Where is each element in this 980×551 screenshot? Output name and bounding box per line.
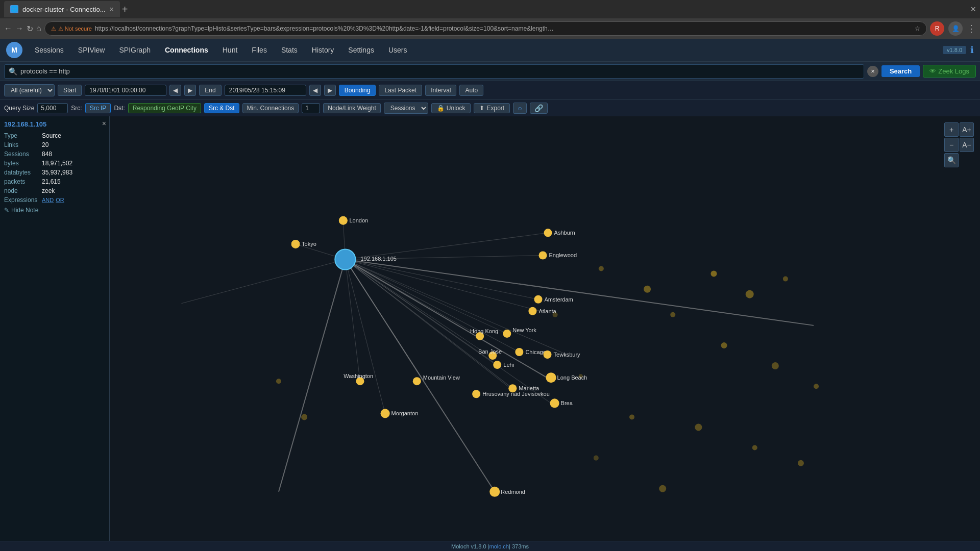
last-packet-button[interactable]: Last Packet	[379, 85, 422, 96]
svg-point-50	[538, 251, 547, 259]
or-expression-button[interactable]: OR	[56, 197, 64, 203]
address-bar-row: ← → ↻ ⌂ ⚠ ⚠ Not secure https://localhost…	[0, 18, 980, 39]
circle-view-button[interactable]: ○	[513, 103, 526, 114]
end-button[interactable]: End	[199, 85, 221, 96]
link-view-button[interactable]: 🔗	[530, 103, 548, 114]
zoom-text-in-button[interactable]: A+	[960, 122, 974, 137]
address-bar[interactable]: ⚠ ⚠ Not secure https://localhost/connect…	[44, 21, 927, 36]
svg-point-8	[814, 384, 819, 389]
nav-users[interactable]: Users	[382, 42, 413, 58]
close-tab-button[interactable]: ×	[110, 5, 114, 13]
svg-text:Atlanta: Atlanta	[538, 308, 556, 314]
profile-button[interactable]: 👤	[948, 21, 963, 36]
refresh-button[interactable]: ↻	[27, 24, 33, 34]
svg-point-68	[546, 372, 556, 383]
export-button[interactable]: ⬆ Export	[474, 103, 510, 113]
start-prev-button[interactable]: ◀	[169, 85, 181, 96]
auto-button[interactable]: Auto	[459, 85, 483, 96]
svg-text:Brea: Brea	[561, 400, 573, 406]
start-next-button[interactable]: ▶	[184, 85, 196, 96]
info-node-row: node zeek	[4, 187, 105, 194]
version-badge: v1.8.0	[943, 46, 966, 54]
forward-button[interactable]: →	[15, 24, 23, 33]
graph-svg: 192.168.1.105 London Tokyo Ashburn Engle…	[110, 116, 980, 551]
svg-text:Redmond: Redmond	[501, 489, 525, 495]
nav-history[interactable]: History	[306, 42, 340, 58]
src-dst-button[interactable]: Src & Dst	[204, 103, 239, 113]
svg-line-35	[345, 259, 360, 381]
interval-button[interactable]: Interval	[425, 85, 456, 96]
graph-area[interactable]: 192.168.1.105 London Tokyo Ashburn Engle…	[110, 116, 980, 551]
nav-sessions[interactable]: Sessions	[29, 42, 70, 58]
bounding-button[interactable]: Bounding	[339, 85, 376, 96]
nav-stats[interactable]: Stats	[275, 42, 304, 58]
svg-point-1	[746, 290, 754, 298]
min-connections-input[interactable]	[302, 103, 320, 113]
nav-connections[interactable]: Connections	[159, 42, 214, 58]
sessions-select[interactable]: Sessions	[384, 103, 428, 114]
src-field-select[interactable]: Src IP	[85, 103, 111, 113]
browser-tab[interactable]: 🌐 docker-cluster - Connectio... ×	[4, 1, 120, 17]
nav-files[interactable]: Files	[246, 42, 273, 58]
bytes-label: bytes	[4, 160, 40, 167]
unlock-button[interactable]: 🔒 Unlock	[431, 103, 471, 113]
dst-field-select[interactable]: Responding GeoIP City	[128, 103, 201, 113]
zeek-logs-button[interactable]: 👁 Zeek Logs	[923, 65, 976, 78]
mode-select[interactable]: All (careful)	[4, 84, 55, 96]
bookmark-icon[interactable]: ☆	[915, 25, 920, 32]
start-button[interactable]: Start	[58, 85, 82, 96]
svg-point-44	[339, 216, 347, 224]
svg-point-48	[544, 229, 552, 237]
eye-icon: 👁	[929, 67, 936, 75]
info-links-row: Links 20	[4, 141, 105, 148]
zoom-fit-button[interactable]: 🔍	[944, 153, 959, 167]
svg-point-58	[503, 330, 511, 338]
search-button[interactable]: Search	[881, 65, 920, 77]
svg-line-19	[345, 259, 814, 325]
nav-spigraph[interactable]: SPIGraph	[113, 42, 156, 58]
node-label: node	[4, 187, 40, 194]
zoom-text-out-button[interactable]: A−	[960, 138, 974, 152]
lock-icon: 🔒	[437, 105, 445, 112]
query-size-input[interactable]	[37, 103, 68, 113]
status-text: Moloch v1.8.0 |	[451, 543, 489, 549]
start-time-input[interactable]	[85, 85, 166, 96]
warning-icon: ⚠	[51, 26, 56, 32]
browser-chrome: 🌐 docker-cluster - Connectio... × + × ← …	[0, 0, 980, 39]
svg-point-6	[721, 342, 727, 348]
svg-text:Hrusovany nad Jevisovkou: Hrusovany nad Jevisovkou	[482, 391, 550, 397]
svg-line-32	[345, 259, 489, 356]
extensions-button[interactable]: R	[930, 21, 944, 36]
close-window-button[interactable]: ×	[970, 4, 976, 15]
dst-label: Dst:	[114, 105, 125, 112]
back-button[interactable]: ←	[4, 24, 12, 33]
svg-point-76	[472, 390, 480, 398]
info-databytes-row: databytes 35,937,983	[4, 169, 105, 176]
hide-note-row[interactable]: ✎ Hide Note	[4, 207, 105, 214]
info-button[interactable]: ℹ	[970, 44, 974, 56]
url-display: https://localhost/connections?graphType=…	[95, 25, 554, 32]
end-prev-button[interactable]: ◀	[309, 85, 321, 96]
nav-hunt[interactable]: Hunt	[216, 42, 244, 58]
zoom-in-button[interactable]: +	[944, 122, 959, 137]
min-connections-button[interactable]: Min. Connections	[242, 103, 299, 113]
nav-spiview[interactable]: SPIView	[72, 42, 111, 58]
molo-link[interactable]: molo.ch	[489, 543, 509, 549]
time-bar: All (careful) Start ◀ ▶ End ◀ ▶ Bounding…	[0, 81, 980, 99]
zoom-controls: + A+ − A− 🔍	[944, 122, 974, 167]
svg-point-3	[599, 266, 604, 271]
home-button[interactable]: ⌂	[36, 24, 41, 33]
search-bar: 🔍 × Search 👁 Zeek Logs	[0, 61, 980, 81]
clear-search-button[interactable]: ×	[867, 66, 878, 77]
new-tab-button[interactable]: +	[122, 4, 128, 15]
end-next-button[interactable]: ▶	[324, 85, 336, 96]
menu-button[interactable]: ⋮	[967, 23, 976, 34]
nav-settings[interactable]: Settings	[342, 42, 380, 58]
sidebar-close-button[interactable]: ×	[102, 119, 106, 128]
end-time-input[interactable]	[225, 85, 306, 96]
zoom-out-button[interactable]: −	[944, 138, 959, 152]
and-expression-button[interactable]: AND	[42, 197, 54, 203]
svg-line-21	[279, 259, 345, 491]
search-input[interactable]	[20, 67, 860, 75]
node-weight-button[interactable]: Node/Link Weight	[323, 103, 381, 113]
